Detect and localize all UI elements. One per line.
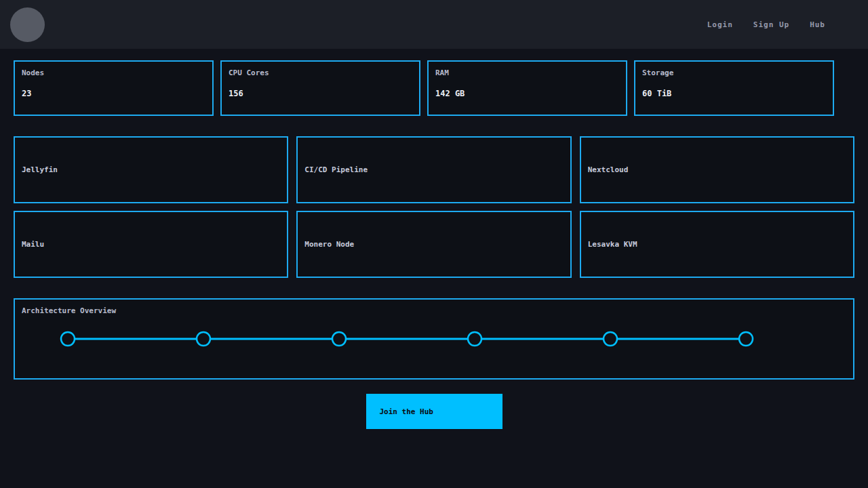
service-title: Lesavka KVM — [588, 240, 637, 249]
nav-link-hub[interactable]: Hub — [810, 20, 825, 29]
stat-card-cpu-cores: CPU Cores 156 — [220, 60, 420, 116]
service-card-cicd-pipeline[interactable]: CI/CD Pipeline — [296, 136, 571, 203]
stat-card-ram: RAM 142 GB — [427, 60, 627, 116]
architecture-diagram — [15, 300, 853, 378]
nav-links: Login Sign Up Hub — [687, 20, 825, 29]
stat-card-storage: Storage 60 TiB — [634, 60, 834, 116]
service-title: CI/CD Pipeline — [304, 165, 368, 174]
avatar[interactable] — [10, 7, 45, 42]
nav-link-sign-up[interactable]: Sign Up — [753, 20, 789, 29]
stat-label: Storage — [642, 68, 826, 77]
stat-value: 60 TiB — [642, 89, 826, 98]
stat-label: RAM — [435, 68, 619, 77]
service-card-nextcloud[interactable]: Nextcloud — [580, 136, 854, 203]
stat-label: CPU Cores — [229, 68, 412, 77]
nav-link-login[interactable]: Login — [707, 20, 733, 29]
service-card-monero-node[interactable]: Monero Node — [296, 211, 571, 278]
service-title: Monero Node — [304, 240, 354, 249]
stat-label: Nodes — [22, 68, 205, 77]
stats-row: Nodes 23 CPU Cores 156 RAM 142 GB Storag… — [14, 60, 834, 116]
architecture-node-6 — [739, 332, 753, 346]
service-card-mailu[interactable]: Mailu — [14, 211, 288, 278]
architecture-panel: Architecture Overview — [14, 298, 854, 380]
stat-card-nodes: Nodes 23 — [14, 60, 214, 116]
navbar: Login Sign Up Hub — [0, 0, 868, 49]
service-card-lesavka-kvm[interactable]: Lesavka KVM — [580, 211, 854, 278]
services-grid: Jellyfin CI/CD Pipeline Nextcloud Mailu … — [14, 136, 854, 278]
architecture-node-3 — [332, 332, 346, 346]
architecture-node-4 — [468, 332, 481, 346]
architecture-node-1 — [61, 332, 75, 346]
join-hub-button[interactable]: Join the Hub — [366, 394, 502, 429]
cta-wrap: Join the Hub — [0, 394, 868, 429]
service-title: Nextcloud — [588, 165, 629, 174]
service-title: Mailu — [22, 240, 44, 249]
architecture-node-5 — [604, 332, 617, 346]
stat-value: 156 — [229, 89, 412, 98]
stat-value: 142 GB — [435, 89, 619, 98]
service-title: Jellyfin — [22, 165, 58, 174]
architecture-node-2 — [197, 332, 210, 346]
service-card-jellyfin[interactable]: Jellyfin — [14, 136, 288, 203]
stat-value: 23 — [22, 89, 205, 98]
